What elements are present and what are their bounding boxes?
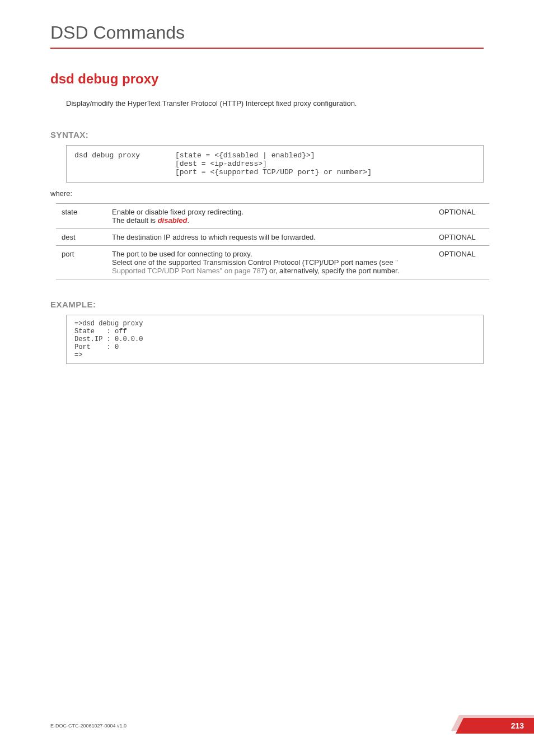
param-name: port xyxy=(56,246,106,279)
where-label: where: xyxy=(50,189,484,198)
param-optional: OPTIONAL xyxy=(433,204,489,229)
header-divider xyxy=(50,48,484,49)
syntax-box: dsd debug proxy [state = <{disabled | en… xyxy=(66,145,484,183)
page-number-badge: 213 xyxy=(456,718,534,734)
page-header: DSD Commands xyxy=(50,22,484,43)
table-row: portThe port to be used for connecting t… xyxy=(56,246,489,279)
example-output: =>dsd debug proxy State : off Dest.IP : … xyxy=(66,315,484,364)
param-name: state xyxy=(56,204,106,229)
page-number: 213 xyxy=(511,721,524,730)
param-desc: The port to be used for connecting to pr… xyxy=(106,246,433,279)
syntax-args: [state = <{disabled | enabled}>] [dest =… xyxy=(175,151,372,176)
params-table: stateEnable or disable fixed proxy redir… xyxy=(56,203,489,279)
param-desc: Enable or disable fixed proxy redirectin… xyxy=(106,204,433,229)
command-title: dsd debug proxy xyxy=(50,71,484,87)
syntax-command: dsd debug proxy xyxy=(74,151,147,176)
param-name: dest xyxy=(56,229,106,246)
table-row: stateEnable or disable fixed proxy redir… xyxy=(56,204,489,229)
param-optional: OPTIONAL xyxy=(433,229,489,246)
footer: E-DOC-CTC-20061027-0004 v1.0 213 xyxy=(50,718,534,734)
table-row: destThe destination IP address to which … xyxy=(56,229,489,246)
syntax-label: SYNTAX: xyxy=(50,130,484,139)
intro-text: Display/modify the HyperText Transfer Pr… xyxy=(66,99,484,108)
doc-id: E-DOC-CTC-20061027-0004 v1.0 xyxy=(50,723,127,729)
param-optional: OPTIONAL xyxy=(433,246,489,279)
example-label: EXAMPLE: xyxy=(50,300,484,309)
param-desc: The destination IP address to which requ… xyxy=(106,229,433,246)
